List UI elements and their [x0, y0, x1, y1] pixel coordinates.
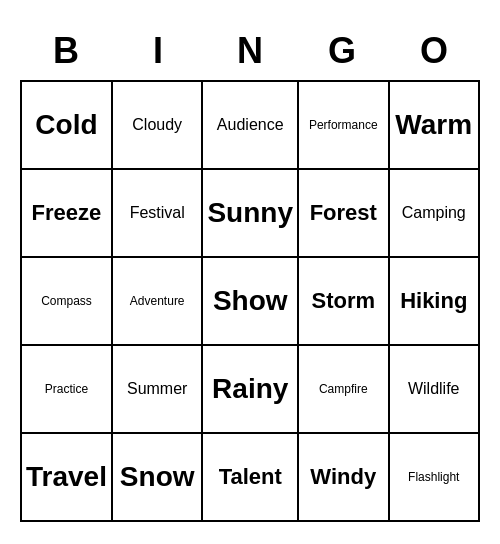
header-letter: O: [388, 22, 480, 80]
bingo-cell: Festival: [113, 170, 203, 258]
bingo-cell: Adventure: [113, 258, 203, 346]
bingo-cell: Windy: [299, 434, 390, 522]
bingo-cell: Compass: [22, 258, 113, 346]
bingo-header: BINGO: [20, 22, 480, 80]
bingo-cell: Summer: [113, 346, 203, 434]
bingo-cell: Rainy: [203, 346, 299, 434]
bingo-cell: Wildlife: [390, 346, 480, 434]
bingo-cell: Forest: [299, 170, 390, 258]
bingo-cell: Talent: [203, 434, 299, 522]
bingo-grid: ColdCloudyAudiencePerformanceWarmFreezeF…: [20, 80, 480, 522]
bingo-cell: Practice: [22, 346, 113, 434]
bingo-cell: Camping: [390, 170, 480, 258]
bingo-cell: Freeze: [22, 170, 113, 258]
header-letter: G: [296, 22, 388, 80]
bingo-cell: Flashlight: [390, 434, 480, 522]
header-letter: I: [112, 22, 204, 80]
bingo-card: BINGO ColdCloudyAudiencePerformanceWarmF…: [20, 22, 480, 522]
bingo-cell: Snow: [113, 434, 203, 522]
bingo-cell: Hiking: [390, 258, 480, 346]
header-letter: B: [20, 22, 112, 80]
bingo-cell: Storm: [299, 258, 390, 346]
bingo-cell: Cold: [22, 82, 113, 170]
bingo-cell: Campfire: [299, 346, 390, 434]
bingo-cell: Performance: [299, 82, 390, 170]
bingo-cell: Warm: [390, 82, 480, 170]
bingo-cell: Audience: [203, 82, 299, 170]
bingo-cell: Travel: [22, 434, 113, 522]
bingo-cell: Sunny: [203, 170, 299, 258]
bingo-cell: Cloudy: [113, 82, 203, 170]
header-letter: N: [204, 22, 296, 80]
bingo-cell: Show: [203, 258, 299, 346]
